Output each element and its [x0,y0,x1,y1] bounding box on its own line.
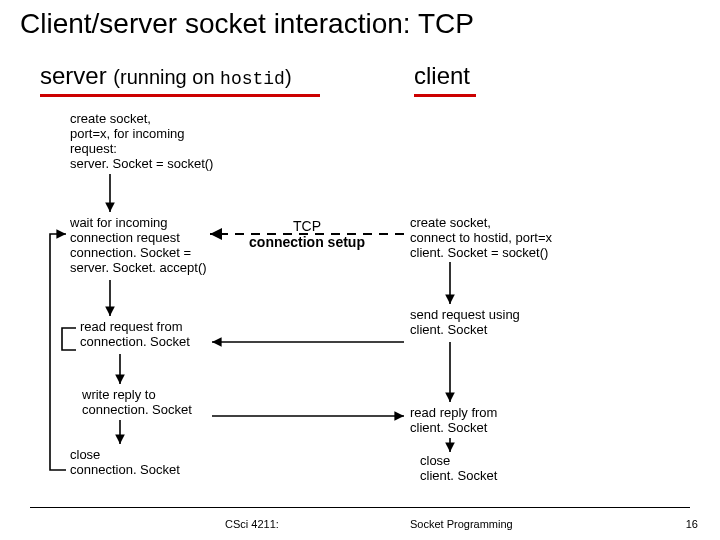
client-step-close: close client. Socket [420,454,497,484]
footer-course: CSci 4211: [225,518,279,530]
slide-title: Client/server socket interaction: TCP [20,8,474,40]
server-step-close: close connection. Socket [70,448,180,478]
tcp-setup-label: TCP connection setup [217,218,397,250]
client-underline [414,94,476,97]
server-step-write: write reply to connection. Socket [82,388,192,418]
server-step-create: create socket, port=x, for incoming requ… [70,112,213,172]
server-step-wait: wait for incoming connection request con… [70,216,207,276]
client-step-create: create socket, connect to hostid, port=x… [410,216,552,261]
client-heading: client [414,62,470,90]
server-heading-suffix: ) [285,66,292,88]
footer-rule [30,507,690,508]
tcp-label-top: TCP [293,218,321,234]
server-heading-mid: (running on [113,66,220,88]
server-heading-hostid: hostid [220,69,285,89]
server-heading: server (running on hostid) [40,62,292,90]
server-heading-prefix: server [40,62,113,89]
client-step-read: read reply from client. Socket [410,406,497,436]
client-step-send: send request using client. Socket [410,308,520,338]
server-step-read: read request from connection. Socket [80,320,190,350]
tcp-label-bot: connection setup [249,234,365,250]
server-underline [40,94,320,97]
footer-topic: Socket Programming [410,518,513,530]
footer-page: 16 [686,518,698,530]
